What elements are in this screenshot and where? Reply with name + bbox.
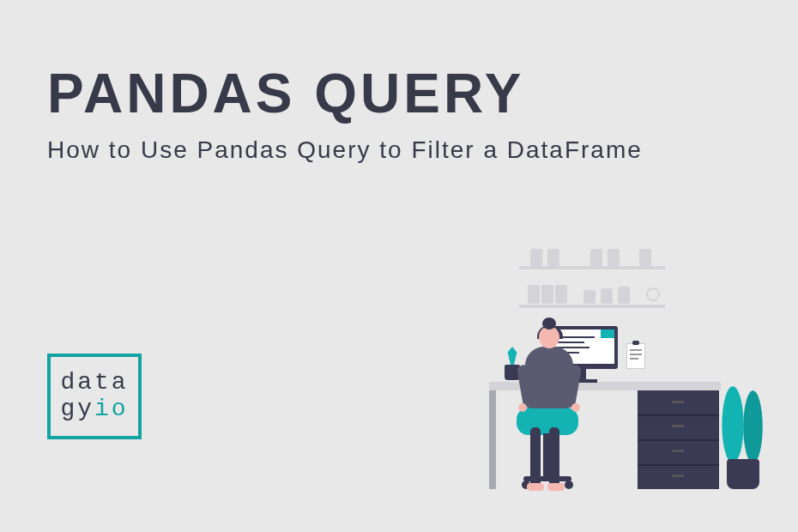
page-subtitle: How to Use Pandas Query to Filter a Data…: [47, 133, 751, 166]
clock-icon: [646, 287, 660, 301]
clipboard-line-icon: [630, 349, 642, 351]
plant-pot-icon: [727, 459, 759, 489]
clipboard-icon: [626, 343, 645, 369]
shelf-item-icon: [608, 249, 620, 266]
desk-leg: [489, 390, 496, 489]
shelf-item-icon: [530, 249, 542, 266]
clipboard-clip-icon: [632, 341, 639, 345]
person-leg: [549, 427, 559, 487]
person-leg: [530, 427, 541, 487]
shelf-item-icon: [547, 249, 559, 266]
plant-leaf-icon: [721, 386, 745, 463]
desk-drawers: [638, 390, 719, 489]
shelf-top: [519, 266, 665, 269]
shelf-book-icon: [541, 285, 553, 304]
shelf-item-icon: [639, 249, 651, 266]
person-hair-bun: [542, 317, 556, 329]
page-title: PANDAS QUERY: [47, 62, 525, 125]
shelf-book-icon: [528, 285, 540, 304]
shelf-item-icon: [590, 249, 602, 266]
shelf-bottom: [519, 305, 665, 308]
logo-text-line2: gyio: [60, 396, 128, 423]
shelf-item-icon: [601, 288, 613, 304]
chair-seat: [517, 408, 578, 435]
brand-logo: data gyio: [47, 354, 142, 439]
logo-text-io: io: [94, 396, 129, 422]
small-plant-icon: [505, 347, 520, 366]
logo-text-gy: gy: [60, 396, 94, 422]
person-hand: [518, 403, 527, 412]
shelf-item-icon: [618, 287, 630, 304]
plant-leaf-icon: [742, 390, 764, 463]
person-shoe: [527, 483, 544, 491]
clipboard-line-icon: [630, 358, 638, 360]
person-hand: [571, 403, 580, 412]
shelf-item-icon: [583, 290, 595, 304]
person-shoe: [547, 483, 565, 491]
logo-text-line1: data: [60, 370, 128, 396]
chair-wheel-icon: [565, 481, 573, 489]
screen-corner-accent: [601, 329, 614, 338]
clipboard-line-icon: [630, 354, 642, 355]
hero-illustration: [481, 240, 772, 506]
shelf-book-icon: [555, 285, 567, 304]
